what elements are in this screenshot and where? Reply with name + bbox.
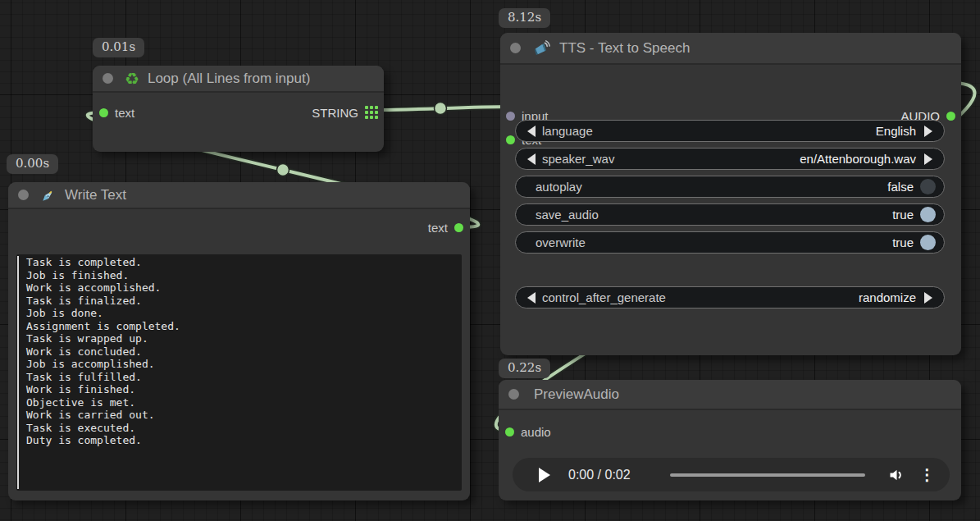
toggle-knob[interactable] bbox=[920, 207, 936, 222]
widget-value: en/Attenborough.wav bbox=[614, 152, 916, 166]
node-title: PreviewAudio bbox=[534, 386, 619, 403]
widget-speaker-wav[interactable]: speaker_wav en/Attenborough.wav bbox=[515, 148, 945, 170]
pen-icon bbox=[40, 187, 57, 203]
input-port[interactable] bbox=[506, 135, 515, 144]
collapse-dot[interactable] bbox=[103, 73, 113, 84]
toggle-knob[interactable] bbox=[920, 179, 936, 194]
widget-label: control_after_generate bbox=[542, 290, 666, 304]
playback-time: 0:00 / 0:02 bbox=[568, 468, 647, 482]
play-icon[interactable] bbox=[539, 468, 550, 482]
widget-label: save_audio bbox=[536, 208, 599, 222]
widget-overwrite[interactable]: overwrite true bbox=[515, 231, 945, 254]
widget-label: speaker_wav bbox=[542, 152, 614, 166]
widget-label: language bbox=[542, 124, 593, 138]
port-label: text bbox=[428, 221, 448, 235]
widget-save-audio[interactable]: save_audio true bbox=[515, 203, 945, 226]
collapse-dot[interactable] bbox=[18, 190, 29, 200]
write-text-output: text bbox=[428, 218, 463, 236]
kebab-menu-icon[interactable]: ⋮ bbox=[919, 467, 935, 482]
loop-output-string: STRING bbox=[312, 103, 378, 121]
node-write-text[interactable]: Write Text text Task is completed. Job i… bbox=[8, 182, 470, 500]
widget-value: randomize bbox=[666, 290, 916, 304]
arrow-left-icon[interactable] bbox=[527, 153, 536, 165]
wire-midpoint-dot[interactable] bbox=[435, 103, 447, 115]
seek-bar[interactable] bbox=[670, 473, 865, 477]
timing-badge-write-text: 0.00s bbox=[7, 154, 58, 174]
node-write-text-titlebar[interactable]: Write Text bbox=[8, 182, 470, 209]
input-port[interactable] bbox=[506, 112, 515, 121]
grid-batch-icon[interactable] bbox=[365, 106, 378, 119]
widget-value: false bbox=[582, 180, 914, 194]
collapse-dot[interactable] bbox=[508, 389, 519, 400]
collapse-dot[interactable] bbox=[510, 43, 521, 53]
node-title: Write Text bbox=[65, 187, 126, 203]
output-type-label: STRING bbox=[312, 106, 358, 120]
volume-icon[interactable] bbox=[887, 465, 906, 485]
node-preview-audio-titlebar[interactable]: PreviewAudio bbox=[499, 380, 961, 410]
widget-language[interactable]: language English bbox=[515, 120, 945, 142]
timing-badge-tts: 8.12s bbox=[499, 8, 550, 28]
widget-label: overwrite bbox=[536, 235, 586, 249]
node-graph-canvas[interactable]: 0.01s 0.00s 8.12s 0.22s ♻ Loop (All Line… bbox=[0, 0, 980, 521]
output-port[interactable] bbox=[454, 223, 463, 232]
loudspeaker-icon bbox=[532, 39, 551, 57]
input-port[interactable] bbox=[99, 108, 108, 117]
port-label: audio bbox=[521, 425, 551, 439]
widget-autoplay[interactable]: autoplay false bbox=[515, 176, 945, 198]
arrow-right-icon[interactable] bbox=[924, 292, 932, 304]
widget-value: true bbox=[586, 235, 914, 249]
node-tts-titlebar[interactable]: TTS - Text to Speech bbox=[500, 33, 961, 65]
node-title: TTS - Text to Speech bbox=[559, 40, 690, 57]
output-port[interactable] bbox=[946, 112, 955, 121]
arrow-left-icon[interactable] bbox=[527, 126, 536, 137]
widget-label: autoplay bbox=[536, 180, 582, 194]
widget-value: English bbox=[593, 124, 916, 138]
node-tts[interactable]: TTS - Text to Speech input AUDIO text la… bbox=[500, 33, 961, 355]
arrow-right-icon[interactable] bbox=[924, 126, 932, 137]
timing-badge-loop: 0.01s bbox=[93, 38, 144, 57]
text-widget[interactable]: Task is completed. Job is finished. Work… bbox=[16, 254, 462, 491]
recycle-icon: ♻ bbox=[125, 71, 139, 87]
timing-badge-preview: 0.22s bbox=[499, 359, 550, 378]
audio-player[interactable]: 0:00 / 0:02 ⋮ bbox=[513, 458, 950, 491]
node-loop[interactable]: ♻ Loop (All Lines from input) text STRIN… bbox=[93, 66, 384, 152]
arrow-right-icon[interactable] bbox=[924, 153, 932, 165]
widget-control-after-generate[interactable]: control_after_generate randomize bbox=[515, 286, 945, 308]
input-port[interactable] bbox=[505, 427, 514, 436]
wire-midpoint-dot[interactable] bbox=[277, 164, 289, 176]
preview-input-audio: audio bbox=[505, 423, 551, 441]
port-label: text bbox=[115, 106, 134, 120]
loop-input-text: text bbox=[99, 103, 134, 121]
node-title: Loop (All Lines from input) bbox=[148, 71, 310, 87]
node-preview-audio[interactable]: PreviewAudio audio 0:00 / 0:02 ⋮ bbox=[499, 380, 961, 500]
textarea-scrollbar[interactable] bbox=[17, 256, 19, 489]
arrow-left-icon[interactable] bbox=[527, 292, 536, 304]
widget-value: true bbox=[599, 208, 914, 222]
node-loop-titlebar[interactable]: ♻ Loop (All Lines from input) bbox=[93, 66, 384, 93]
toggle-knob[interactable] bbox=[920, 235, 936, 250]
